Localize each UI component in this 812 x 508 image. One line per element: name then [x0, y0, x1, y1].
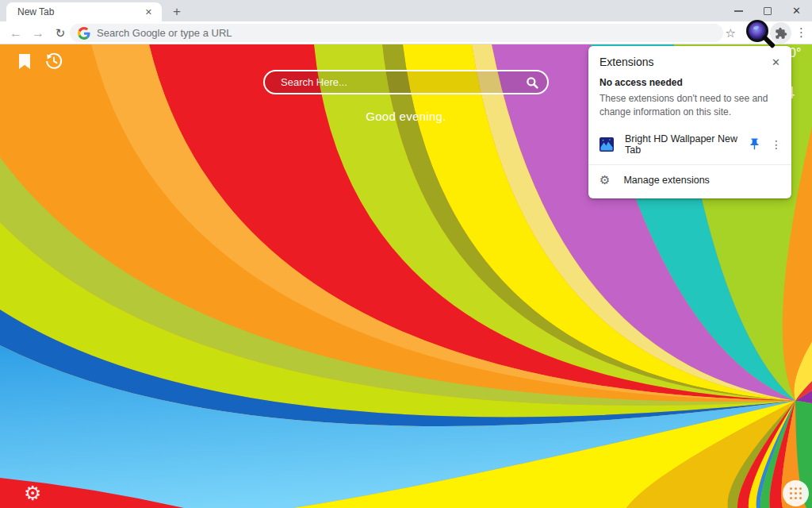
history-icon[interactable]	[44, 52, 63, 71]
new-tab-button[interactable]: +	[168, 4, 186, 21]
popup-close-icon[interactable]: ✕	[770, 56, 782, 69]
back-icon[interactable]: ←	[6, 21, 25, 44]
window-maximize-icon[interactable]	[764, 7, 772, 15]
puzzle-icon	[775, 27, 787, 40]
extensions-puzzle-button[interactable]	[770, 22, 791, 44]
extension-name: Bright HD Wallpaper New Tab	[625, 133, 748, 156]
google-logo-icon	[78, 27, 90, 40]
apps-grid-icon	[790, 487, 802, 500]
manage-gear-icon: ⚙	[599, 173, 610, 187]
manage-extensions-item[interactable]: ⚙ Manage extensions	[588, 165, 791, 197]
window-close-icon[interactable]: ✕	[792, 6, 801, 16]
search-input[interactable]	[265, 76, 517, 88]
extensions-popup: Extensions ✕ No access needed These exte…	[588, 46, 791, 198]
new-tab-page: Good evening. 0° 4 ⚙ Extensions ✕ No acc…	[0, 44, 812, 508]
browser-menu-icon[interactable]: ⋮	[795, 25, 807, 40]
wallpaper-settings-gear-icon[interactable]: ⚙	[24, 482, 41, 505]
extension-row[interactable]: Bright HD Wallpaper New Tab ⋮	[588, 128, 791, 164]
pin-icon[interactable]	[748, 137, 761, 151]
tab-close-icon[interactable]: ✕	[144, 7, 154, 17]
wallpaper-search-bar[interactable]	[263, 70, 549, 94]
window-minimize-icon[interactable]	[734, 10, 743, 12]
search-icon	[525, 75, 539, 90]
access-body-text: These extensions don't need to see and c…	[599, 92, 780, 120]
bookmark-star-icon[interactable]: ☆	[726, 26, 736, 40]
window-controls: ✕	[734, 0, 807, 21]
access-section: No access needed These extensions don't …	[588, 72, 791, 128]
wallpaper-extension-magnifier-icon[interactable]	[746, 20, 770, 44]
tab-title: New Tab	[17, 6, 144, 17]
browser-toolbar: ← → ↻ ☆ ⋮	[0, 21, 812, 44]
omnibox-input[interactable]	[97, 27, 652, 39]
tab-bar: New Tab ✕ + ✕	[0, 0, 812, 21]
apps-launcher-button[interactable]	[783, 480, 809, 506]
forward-icon[interactable]: →	[29, 21, 48, 44]
reload-icon[interactable]: ↻	[51, 21, 70, 44]
tab-new-tab[interactable]: New Tab ✕	[6, 2, 162, 21]
search-button[interactable]	[517, 71, 547, 93]
extension-menu-icon[interactable]: ⋮	[771, 138, 782, 151]
extensions-popup-title: Extensions	[599, 56, 653, 68]
extension-favicon	[599, 137, 614, 152]
manage-extensions-label: Manage extensions	[623, 175, 709, 186]
extensions-popup-header: Extensions ✕	[588, 46, 791, 72]
omnibox[interactable]	[70, 24, 723, 42]
access-heading: No access needed	[599, 77, 780, 88]
